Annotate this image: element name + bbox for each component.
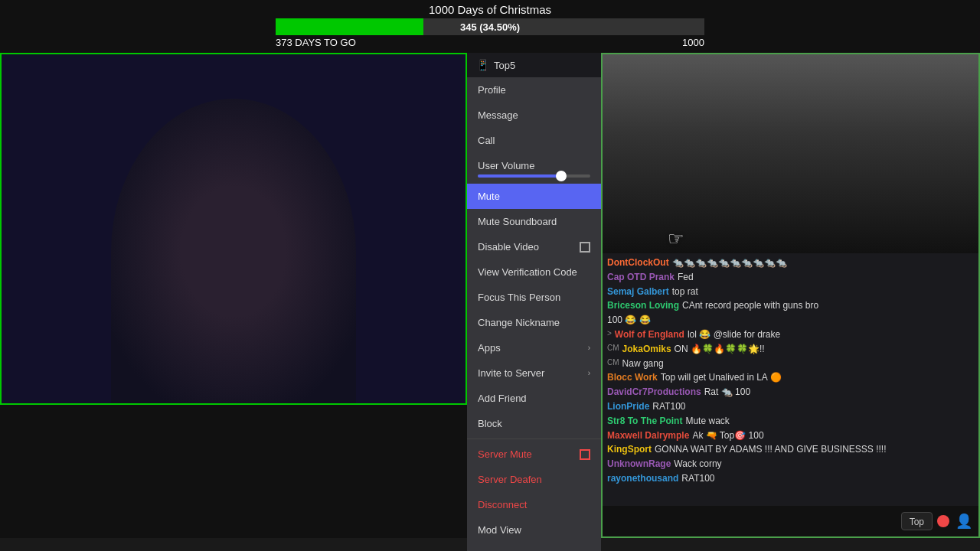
chat-text: CAnt record people with guns bro (682, 299, 974, 312)
chat-message: DontClockOut🐀🐀🐀🐀🐀🐀🐀🐀🐀🐀 (607, 256, 974, 269)
top5-bar[interactable]: 📱 Top5 (467, 53, 524, 77)
chat-message: rayonethousandRAT100 (607, 472, 974, 485)
chat-username[interactable]: Cap OTD Prank (607, 271, 675, 284)
person-icon[interactable]: 👤 (956, 513, 972, 530)
mobile-icon: 📱 (476, 59, 489, 71)
chat-message: LionPrideRAT100 (607, 400, 974, 413)
chat-text: Top will get Unalived in LA 🟠 (661, 371, 974, 384)
right-panel: DontClockOut🐀🐀🐀🐀🐀🐀🐀🐀🐀🐀Cap OTD PrankFedSe… (601, 53, 980, 538)
chat-text: Rat 🐀 100 (704, 386, 974, 399)
menu-item-user-volume: User Volume (467, 153, 601, 173)
chat-message: Str8 To The PointMute wack (607, 415, 974, 428)
chat-text: Mute wack (685, 415, 974, 428)
menu-item-server-deafen[interactable]: Server Deafen (467, 467, 601, 492)
chat-text: Wack corny (674, 458, 974, 471)
progress-bottom: 373 DAYS TO GO 1000 (276, 37, 704, 51)
chat-text: Naw gang (622, 357, 974, 370)
menu-divider (467, 439, 601, 439)
top-banner: 1000 Days of Christmas 345 (34.50%) 373 … (0, 0, 980, 53)
chat-username[interactable]: rayonethousand (607, 472, 678, 485)
menu-item-focus-this-person[interactable]: Focus This Person (467, 285, 601, 310)
banner-title: 1000 Days of Christmas (0, 3, 980, 16)
chat-username[interactable]: Briceson Loving (607, 299, 679, 312)
chat-text: RAT100 (652, 400, 974, 413)
chat-message: Blocc WorkTop will get Unalived in LA 🟠 (607, 371, 974, 384)
left-video-panel (0, 53, 467, 405)
total-label: 1000 (682, 37, 704, 48)
volume-fill (478, 174, 562, 178)
server-mute-checkbox[interactable] (580, 449, 590, 460)
menu-item-view-verification-code[interactable]: View Verification Code (467, 259, 601, 285)
apps-arrow: › (588, 344, 590, 352)
volume-thumb (556, 171, 567, 181)
chat-text: Fed (678, 271, 974, 284)
menu-item-change-nickname[interactable]: Change Nickname (467, 310, 601, 335)
scroll-top-label: Top (910, 517, 924, 527)
chat-message: CMNaw gang (607, 357, 974, 370)
chat-text: GONNA WAIT BY ADAMS !!! AND GIVE BUSINES… (655, 443, 974, 456)
chat-text: top rat (672, 285, 974, 298)
right-video-feed (603, 54, 978, 253)
chat-text: ON 🔥🍀🔥🍀🍀🌟!! (675, 343, 974, 356)
recording-indicator (937, 515, 949, 527)
chat-message: Briceson LovingCAnt record people with g… (607, 299, 974, 312)
chat-badge: > (607, 328, 612, 339)
disable-video-checkbox[interactable] (580, 242, 590, 253)
chat-username[interactable]: Str8 To The Point (607, 415, 682, 428)
chat-text: Ak 🔫 Top🎯 100 (692, 429, 974, 442)
chat-text: 🐀🐀🐀🐀🐀🐀🐀🐀🐀🐀 (672, 256, 974, 269)
main-layout: 📱 Top5 Profile Message Call User Volume (0, 53, 980, 538)
days-left-label: 373 DAYS TO GO (276, 37, 356, 48)
right-video-background (603, 54, 978, 253)
left-column (0, 53, 467, 538)
menu-item-disconnect[interactable]: Disconnect (467, 492, 601, 517)
menu-item-block[interactable]: Block (467, 411, 601, 436)
volume-slider-row (467, 173, 601, 184)
chat-message: 100 😂 😂 (607, 314, 974, 327)
menu-item-invite-to-server[interactable]: Invite to Server › (467, 360, 601, 386)
chat-message: Semaj Galberttop rat (607, 285, 974, 298)
menu-item-mute[interactable]: Mute (467, 184, 601, 209)
chat-message: CMJokaOmiksON 🔥🍀🔥🍀🍀🌟!! (607, 343, 974, 356)
menu-item-mute-soundboard[interactable]: Mute Soundboard (467, 209, 601, 234)
menu-item-roles[interactable]: Roles (467, 543, 601, 551)
menu-item-add-friend[interactable]: Add Friend (467, 386, 601, 411)
volume-slider[interactable] (478, 174, 590, 178)
chat-username[interactable]: JokaOmiks (622, 343, 671, 356)
chat-message: Maxwell DalrympleAk 🔫 Top🎯 100 (607, 429, 974, 442)
menu-item-message[interactable]: Message (467, 103, 601, 128)
chat-bottom-bar: Top 👤 (603, 506, 978, 536)
context-menu-panel: 📱 Top5 Profile Message Call User Volume (467, 53, 601, 538)
menu-item-disable-video[interactable]: Disable Video (467, 234, 601, 259)
chat-message: DavidCr7ProductionsRat 🐀 100 (607, 386, 974, 399)
video-overlay-area: 📱 Top5 (467, 53, 601, 77)
chat-message: KingSportGONNA WAIT BY ADAMS !!! AND GIV… (607, 443, 974, 456)
scroll-to-top-button[interactable]: Top (901, 512, 933, 530)
chat-username[interactable]: KingSport (607, 443, 652, 456)
progress-text: 345 (34.50%) (460, 21, 520, 33)
menu-item-server-mute[interactable]: Server Mute (467, 442, 601, 467)
chat-text: RAT100 (681, 472, 974, 485)
mute-checkbox[interactable] (580, 191, 590, 202)
chat-username[interactable]: LionPride (607, 400, 649, 413)
chat-username[interactable]: Wolf of England (615, 328, 684, 341)
invite-arrow: › (588, 369, 590, 377)
chat-username[interactable]: DontClockOut (607, 256, 669, 269)
chat-username[interactable]: Maxwell Dalrymple (607, 429, 689, 442)
chat-text: lol 😂 @slide for drake (688, 328, 974, 341)
context-menu: Profile Message Call User Volume Mute (467, 77, 601, 551)
menu-item-mod-view[interactable]: Mod View (467, 517, 601, 543)
menu-item-profile[interactable]: Profile (467, 77, 601, 103)
person-silhouette (111, 99, 356, 405)
menu-item-call[interactable]: Call (467, 128, 601, 153)
progress-bar-fill (276, 18, 423, 35)
top5-label: Top5 (494, 60, 515, 71)
chat-username[interactable]: UnknownRage (607, 458, 671, 471)
left-video-feed (0, 53, 467, 405)
chat-username[interactable]: Blocc Work (607, 371, 658, 384)
chat-username[interactable]: DavidCr7Productions (607, 386, 701, 399)
left-bottom-strip (0, 405, 467, 538)
chat-username[interactable]: Semaj Galbert (607, 285, 669, 298)
menu-item-apps[interactable]: Apps › (467, 335, 601, 360)
chat-badge: CM (607, 357, 619, 368)
